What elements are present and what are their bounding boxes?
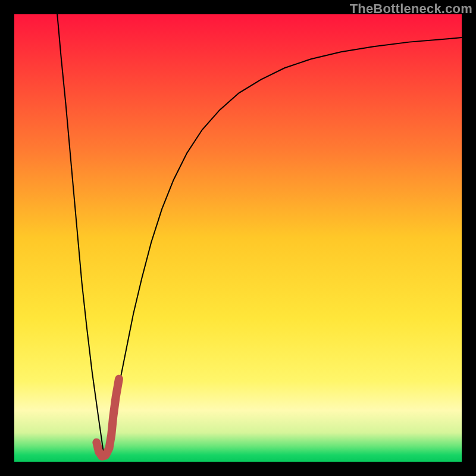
outer-frame: TheBottleneck.com — [0, 0, 476, 476]
highlight-j — [96, 379, 119, 456]
watermark-text: TheBottleneck.com — [350, 1, 472, 17]
plot-area — [14, 14, 462, 462]
curve-layer — [14, 14, 462, 462]
